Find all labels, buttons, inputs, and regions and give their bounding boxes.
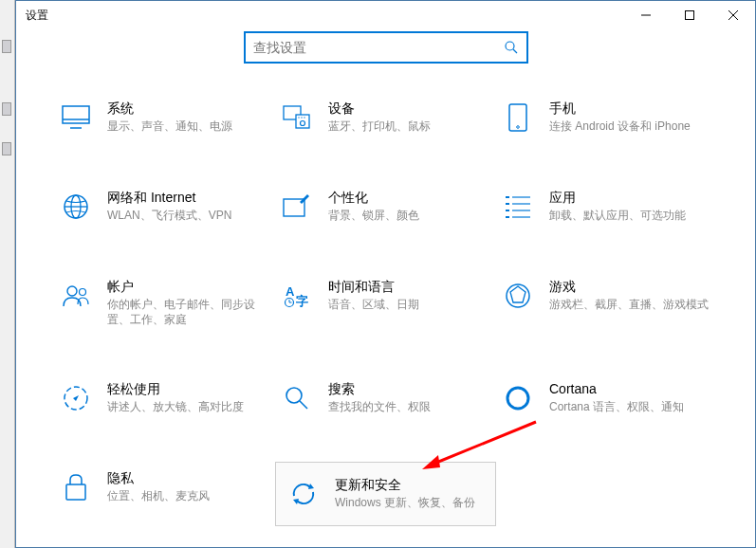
accounts-icon [58, 278, 94, 314]
item-subtitle: 讲述人、放大镜、高对比度 [107, 399, 271, 414]
edge-segment [2, 102, 11, 116]
search-box[interactable] [244, 31, 528, 64]
item-title: 隐私 [107, 469, 271, 486]
item-subtitle: 查找我的文件、权限 [328, 399, 492, 414]
title-bar: 设置 [16, 1, 755, 29]
search-icon [504, 40, 519, 55]
item-subtitle: Windows 更新、恢复、备份 [335, 495, 486, 510]
content-area: 系统显示、声音、通知、电源 设备蓝牙、打印机、鼠标 手机连接 Android 设… [16, 29, 755, 547]
item-subtitle: 语音、区域、日期 [328, 297, 492, 312]
item-title: 搜索 [328, 380, 492, 397]
edge-segment [2, 40, 11, 53]
item-title: 游戏 [549, 278, 713, 295]
item-title: 个性化 [328, 189, 492, 206]
svg-rect-15 [509, 104, 526, 131]
search-input[interactable] [253, 40, 504, 55]
item-subtitle: 蓝牙、打印机、鼠标 [328, 119, 492, 134]
svg-point-13 [304, 117, 304, 118]
item-title: 帐户 [107, 278, 271, 295]
svg-text:A: A [286, 284, 295, 299]
svg-text:字: 字 [296, 294, 308, 308]
item-subtitle: WLAN、飞行模式、VPN [107, 208, 271, 223]
settings-window: 设置 系统显示、声音、通知、电源 设备蓝牙、打印机、鼠标 [15, 0, 756, 548]
item-title: 系统 [107, 100, 271, 117]
update-icon [286, 476, 322, 512]
svg-rect-41 [66, 484, 85, 500]
svg-point-12 [301, 117, 302, 118]
item-subtitle: 卸载、默认应用、可选功能 [549, 208, 713, 223]
item-title: 手机 [549, 100, 713, 117]
search-wrap [16, 29, 755, 92]
svg-point-29 [67, 286, 77, 296]
svg-point-38 [286, 388, 302, 403]
svg-point-40 [507, 388, 528, 409]
svg-rect-6 [63, 106, 89, 123]
svg-rect-1 [686, 11, 694, 20]
svg-line-5 [513, 49, 517, 53]
item-title: 网络和 Internet [107, 189, 271, 206]
settings-grid: 系统显示、声音、通知、电源 设备蓝牙、打印机、鼠标 手机连接 Android 设… [16, 92, 755, 547]
item-subtitle: 显示、声音、通知、电源 [107, 119, 271, 134]
svg-point-11 [298, 117, 299, 118]
apps-icon [500, 189, 536, 225]
svg-line-39 [300, 401, 307, 409]
settings-item-devices[interactable]: 设备蓝牙、打印机、鼠标 [275, 92, 496, 143]
svg-point-36 [507, 284, 529, 307]
item-subtitle: 你的帐户、电子邮件、同步设置、工作、家庭 [107, 297, 271, 327]
settings-item-apps[interactable]: 应用卸载、默认应用、可选功能 [496, 181, 717, 232]
item-subtitle: 位置、相机、麦克风 [107, 488, 271, 503]
globe-icon [58, 189, 94, 225]
privacy-icon [58, 469, 94, 505]
personalization-icon [279, 189, 315, 225]
settings-item-ease-of-access[interactable]: 轻松使用讲述人、放大镜、高对比度 [54, 373, 275, 424]
item-title: 设备 [328, 100, 492, 117]
settings-item-network[interactable]: 网络和 InternetWLAN、飞行模式、VPN [54, 181, 275, 232]
svg-point-16 [517, 126, 520, 129]
gaming-icon [500, 278, 536, 314]
maximize-button[interactable] [668, 1, 711, 29]
settings-item-accounts[interactable]: 帐户你的帐户、电子邮件、同步设置、工作、家庭 [54, 270, 275, 335]
settings-item-personalization[interactable]: 个性化背景、锁屏、颜色 [275, 181, 496, 232]
settings-item-privacy[interactable]: 隐私位置、相机、麦克风 [54, 462, 275, 526]
svg-point-4 [506, 42, 514, 50]
close-button[interactable] [711, 1, 755, 29]
item-title: Cortana [549, 380, 713, 397]
minimize-button[interactable] [624, 1, 668, 29]
item-subtitle: 连接 Android 设备和 iPhone [549, 119, 713, 134]
window-controls [624, 1, 755, 29]
item-subtitle: 背景、锁屏、颜色 [328, 208, 492, 223]
item-title: 时间和语言 [328, 278, 492, 295]
settings-item-gaming[interactable]: 游戏游戏栏、截屏、直播、游戏模式 [496, 270, 717, 335]
svg-point-30 [80, 289, 86, 296]
settings-item-phone[interactable]: 手机连接 Android 设备和 iPhone [496, 92, 717, 143]
time-language-icon: A字 [279, 278, 315, 314]
edge-segment [2, 142, 11, 155]
background-app-edge [0, 0, 15, 548]
search-settings-icon [279, 380, 315, 416]
item-subtitle: 游戏栏、截屏、直播、游戏模式 [549, 297, 713, 312]
window-title: 设置 [26, 8, 48, 24]
item-title: 应用 [549, 189, 713, 206]
settings-item-search[interactable]: 搜索查找我的文件、权限 [275, 373, 496, 424]
devices-icon [279, 100, 315, 136]
phone-icon [500, 100, 536, 136]
system-icon [58, 100, 94, 136]
cortana-icon [500, 380, 536, 416]
item-title: 更新和安全 [335, 476, 486, 493]
item-title: 轻松使用 [107, 380, 271, 397]
settings-item-update-security[interactable]: 更新和安全Windows 更新、恢复、备份 [275, 462, 496, 526]
settings-item-time-language[interactable]: A字 时间和语言语音、区域、日期 [275, 270, 496, 335]
item-subtitle: Cortana 语言、权限、通知 [549, 399, 713, 414]
settings-item-system[interactable]: 系统显示、声音、通知、电源 [54, 92, 275, 143]
settings-item-cortana[interactable]: CortanaCortana 语言、权限、通知 [496, 373, 717, 424]
ease-of-access-icon [58, 380, 94, 416]
